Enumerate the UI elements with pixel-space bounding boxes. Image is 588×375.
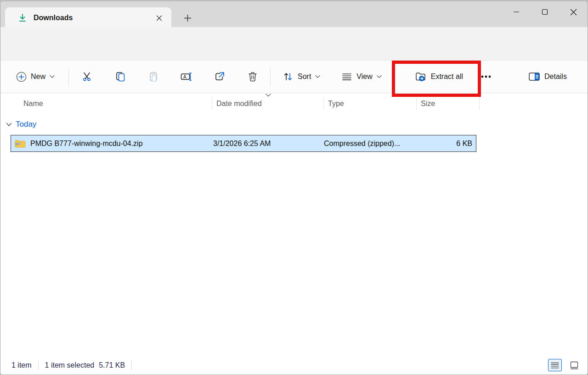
details-view-toggle[interactable] — [548, 359, 562, 371]
column-header-size[interactable]: Size — [421, 93, 435, 114]
tab-title: Downloads — [34, 14, 152, 22]
chevron-down-icon — [50, 75, 55, 78]
column-header-date-modified[interactable]: Date modified — [216, 93, 262, 114]
file-list: Today PMDG B777-winwing-mcdu-04.zip 3/1/… — [0, 114, 588, 358]
file-size: 6 KB — [417, 140, 476, 148]
selection-size: 5.71 KB — [99, 361, 125, 369]
zip-folder-icon — [15, 139, 26, 148]
new-button[interactable]: New — [11, 66, 60, 88]
file-row-selected[interactable]: PMDG B777-winwing-mcdu-04.zip 3/1/2026 6… — [11, 135, 476, 152]
extract-all-button-label: Extract all — [431, 73, 463, 81]
column-divider[interactable] — [323, 97, 324, 110]
column-header-row: Name Date modified Type Size — [0, 93, 588, 114]
column-divider[interactable] — [479, 97, 480, 110]
status-divider — [131, 360, 132, 370]
sort-ascending-indicator-icon — [265, 93, 271, 97]
copy-button[interactable] — [109, 66, 131, 88]
navigation-bar: Downloads — [0, 27, 588, 60]
file-date-modified: 3/1/2026 6:25 AM — [212, 140, 324, 148]
chevron-down-icon[interactable] — [6, 123, 12, 127]
paste-button[interactable] — [142, 66, 164, 88]
toolbar-divider — [68, 67, 69, 86]
cut-button[interactable] — [76, 66, 98, 88]
details-button[interactable]: Details — [523, 66, 572, 88]
details-pane-icon — [528, 72, 540, 82]
details-button-label: Details — [544, 73, 567, 81]
tab-downloads[interactable]: Downloads — [5, 7, 171, 28]
close-window-button[interactable] — [559, 2, 588, 22]
plus-circle-icon — [16, 72, 27, 82]
download-icon — [18, 13, 27, 22]
rename-button[interactable]: A — [175, 66, 198, 88]
view-button-label: View — [356, 73, 372, 81]
sort-button-label: Sort — [298, 73, 311, 81]
column-divider[interactable] — [212, 97, 212, 110]
extract-all-button[interactable]: Extract all — [409, 66, 469, 88]
title-bar: Downloads — [0, 0, 588, 27]
sort-icon — [283, 71, 294, 82]
view-toggle-group — [548, 359, 581, 371]
group-label[interactable]: Today — [16, 120, 36, 129]
extract-all-folder-icon — [415, 71, 427, 82]
item-count: 1 item — [11, 361, 32, 369]
maximize-button[interactable] — [531, 2, 559, 22]
file-name: PMDG B777-winwing-mcdu-04.zip — [30, 140, 143, 148]
file-type: Compressed (zipped)... — [324, 140, 417, 148]
file-explorer-window: Downloads — [0, 0, 588, 375]
column-header-name[interactable]: Name — [23, 93, 43, 114]
tab-close-button[interactable] — [152, 11, 166, 25]
chevron-down-icon — [315, 75, 320, 78]
toolbar-divider — [270, 67, 271, 86]
view-list-icon — [341, 71, 352, 82]
see-more-button[interactable] — [475, 66, 497, 88]
new-tab-button[interactable] — [179, 10, 196, 26]
new-button-label: New — [31, 73, 45, 81]
column-divider[interactable] — [416, 97, 417, 110]
window-caption-controls — [502, 2, 588, 22]
large-icons-view-toggle[interactable] — [567, 359, 581, 371]
minimize-button[interactable] — [502, 2, 531, 22]
status-divider — [38, 360, 39, 370]
view-button[interactable]: View — [336, 66, 387, 88]
sort-button[interactable]: Sort — [277, 66, 326, 88]
selection-count: 1 item selected — [45, 361, 95, 369]
command-toolbar: New A Sort — [0, 60, 588, 93]
status-bar: 1 item 1 item selected 5.71 KB — [0, 356, 588, 375]
column-header-type[interactable]: Type — [328, 93, 344, 114]
svg-text:A: A — [183, 74, 187, 79]
delete-button[interactable] — [242, 66, 264, 88]
chevron-down-icon — [377, 75, 382, 78]
share-button[interactable] — [209, 66, 231, 88]
group-header-today[interactable]: Today — [6, 120, 36, 129]
